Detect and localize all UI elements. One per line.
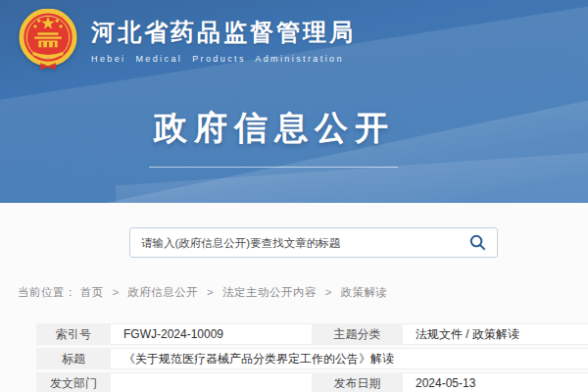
breadcrumb-separator: > [112,286,119,298]
breadcrumb-separator: > [207,286,214,298]
breadcrumb-label: 当前位置： [18,286,76,298]
field-label-issuing-department: 发文部门 [36,372,111,392]
search-button[interactable] [469,234,486,251]
document-info-table: 索引号 FGWJ-2024-10009 主题分类 法规文件 / 政策解读 标题 … [36,320,588,392]
table-row: 索引号 FGWJ-2024-10009 主题分类 法规文件 / 政策解读 [36,323,588,345]
breadcrumb-item-statutory-disclosure[interactable]: 法定主动公开内容 [222,286,317,298]
page-banner-title: 政府信息公开 [0,106,549,151]
search-input[interactable] [141,237,462,249]
field-value-index-number: FGWJ-2024-10009 [111,323,312,345]
field-value-publish-date: 2024-05-13 [403,372,588,392]
table-row: 发文部门 发布日期 2024-05-13 [36,372,588,392]
org-name-en: Hebei Medical Products Administration [91,54,356,64]
field-label-title: 标题 [36,348,111,369]
breadcrumb-item-policy-interpretation[interactable]: 政策解读 [341,286,388,298]
breadcrumb-item-gov-info[interactable]: 政府信息公开 [127,286,198,298]
breadcrumb: 当前位置： 首页 > 政府信息公开 > 法定主动公开内容 > 政策解读 [18,285,388,300]
org-name-zh: 河北省药品监督管理局 [91,17,356,48]
page-root: 河北省药品监督管理局 Hebei Medical Products Admini… [0,0,588,392]
table-row: 标题 《关于规范医疗器械产品分类界定工作的公告》解读 [36,348,588,369]
org-name-block: 河北省药品监督管理局 Hebei Medical Products Admini… [91,17,356,64]
search-icon [469,234,486,251]
field-value-title: 《关于规范医疗器械产品分类界定工作的公告》解读 [111,348,588,369]
national-emblem-icon [18,9,78,72]
search-bar [129,227,498,258]
site-logo-link[interactable]: 河北省药品监督管理局 Hebei Medical Products Admini… [18,9,356,72]
field-value-topic-category: 法规文件 / 政策解读 [403,323,588,345]
field-value-issuing-department [111,372,312,392]
field-label-publish-date: 发布日期 [312,372,403,392]
field-label-index-number: 索引号 [36,323,111,345]
breadcrumb-item-home[interactable]: 首页 [80,286,104,298]
breadcrumb-separator: > [325,286,332,298]
banner-divider [149,167,398,168]
field-label-topic-category: 主题分类 [312,323,403,345]
hero-banner: 河北省药品监督管理局 Hebei Medical Products Admini… [0,0,588,203]
